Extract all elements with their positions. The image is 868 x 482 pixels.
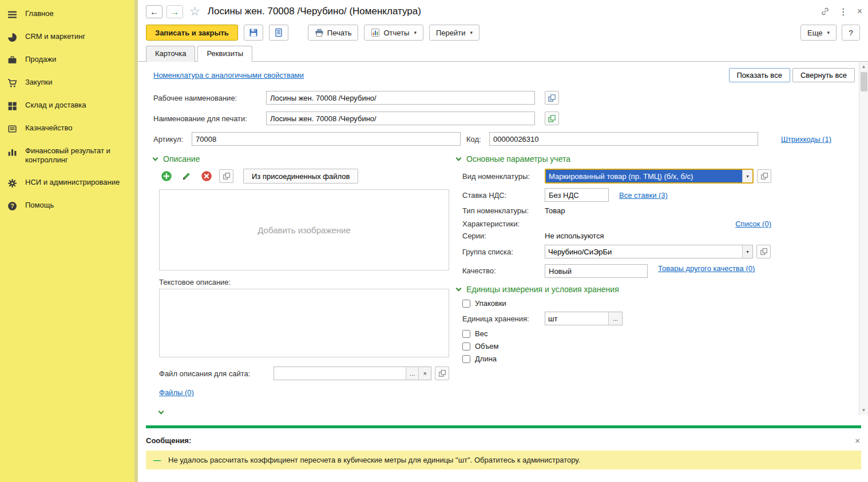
sidebar-item-label: Продажи — [25, 55, 56, 64]
text-description-input[interactable] — [159, 289, 449, 357]
product-image-placeholder[interactable]: Добавить изображение — [159, 189, 449, 270]
favorite-star-icon[interactable]: ☆ — [189, 5, 200, 18]
edit-image-button[interactable] — [179, 169, 194, 183]
volume-checkbox-row: Объем — [462, 342, 771, 350]
all-vat-rates-link[interactable]: Все ставки (3) — [619, 191, 668, 200]
params-section-header[interactable]: Основные параметры учета — [457, 154, 771, 164]
expand-buttons: Показать все Свернуть все — [729, 68, 855, 82]
copy-image-button[interactable] — [219, 169, 233, 183]
warning-message[interactable]: — Не удалось рассчитать коэффициент пере… — [146, 451, 861, 469]
next-section-chevron[interactable] — [159, 407, 449, 415]
print-button[interactable]: Печать — [308, 25, 359, 41]
files-link[interactable]: Файлы (0) — [159, 388, 194, 397]
sidebar-item-crm[interactable]: CRM и маркетинг — [0, 26, 134, 49]
storage-unit-label: Единица хранения: — [462, 314, 545, 323]
sidebar-item-treasury[interactable]: Казначейство — [0, 117, 134, 140]
barcodes-link[interactable]: Штрихкоды (1) — [781, 135, 831, 144]
length-checkbox[interactable] — [462, 355, 470, 363]
text-description-label: Текстовое описание: — [159, 278, 449, 286]
reports-button[interactable]: Отчеты ▾ — [364, 25, 423, 41]
chevron-down-icon: ▾ — [470, 30, 473, 35]
length-checkbox-row: Длина — [462, 354, 771, 363]
scroll-down-icon[interactable]: ▼ — [862, 407, 866, 415]
article-input[interactable] — [192, 132, 461, 146]
other-quality-goods-link[interactable]: Товары другого качества (0) — [658, 264, 764, 274]
kind-combobox[interactable]: Маркированный товар (пр. ТМЦ) (б/х, б/с)… — [545, 169, 754, 184]
sidebar-item-warehouse[interactable]: Склад и доставка — [0, 94, 134, 117]
field-row-article-code: Артикул: Код: Штрихкоды (1) — [153, 132, 858, 146]
copy-from-working-name-button[interactable] — [545, 111, 559, 125]
from-attached-files-button[interactable]: Из присоединенных файлов — [243, 169, 358, 184]
add-image-button[interactable] — [159, 169, 174, 183]
dropdown-arrow-icon[interactable]: ▾ — [742, 245, 752, 258]
dropdown-arrow-icon[interactable]: ▾ — [742, 170, 752, 182]
clear-file-button[interactable]: × — [418, 367, 431, 380]
volume-checkbox[interactable] — [462, 342, 470, 350]
sidebar: Главное CRM и маркетинг Продажи Закупки … — [0, 0, 138, 482]
get-link-icon[interactable] — [821, 7, 830, 16]
sidebar-item-help[interactable]: ? Помощь — [0, 194, 134, 217]
choose-unit-button[interactable]: ... — [608, 312, 622, 325]
sidebar-item-administration[interactable]: НСИ и администрирование — [0, 172, 134, 194]
collapse-all-button[interactable]: Свернуть все — [792, 68, 855, 82]
tab-card[interactable]: Карточка — [146, 46, 195, 62]
window-titlebar: ← → ☆ Лосины жен. 70008 /Черубино/ (Номе… — [138, 0, 868, 23]
register-records-button[interactable] — [269, 25, 288, 41]
save-close-button[interactable]: Записать и закрыть — [146, 25, 238, 41]
sidebar-item-sales[interactable]: Продажи — [0, 49, 134, 71]
group-input[interactable] — [545, 245, 742, 258]
characteristics-list-link[interactable]: Список (0) — [735, 220, 771, 228]
weight-checkbox-row: Вес — [462, 329, 771, 338]
site-file-input[interactable] — [274, 367, 406, 380]
packages-checkbox[interactable] — [462, 300, 470, 308]
quality-input[interactable] — [545, 264, 648, 278]
image-toolbar: Из присоединенных файлов — [159, 169, 449, 184]
units-section-header[interactable]: Единицы измерения и условия хранения — [457, 285, 771, 294]
quality-label: Качество: — [462, 266, 545, 275]
close-messages-icon[interactable]: × — [855, 436, 860, 445]
scroll-up-icon[interactable]: ▲ — [862, 62, 866, 70]
print-name-input[interactable] — [266, 111, 535, 125]
floppy-icon — [249, 28, 258, 37]
form-toolbar: Записать и закрыть Печать Отчеты ▾ Перей… — [138, 23, 868, 46]
report-chart-icon — [371, 28, 380, 37]
code-input[interactable] — [489, 132, 758, 146]
vertical-scrollbar[interactable]: ▲ ▼ — [859, 62, 868, 415]
delete-image-button[interactable] — [199, 169, 214, 183]
remove-circle-icon — [201, 170, 212, 182]
fill-print-name-button[interactable] — [545, 91, 559, 105]
kind-value: Маркированный товар (пр. ТМЦ) (б/х, б/с) — [546, 170, 742, 182]
tab-requisites[interactable]: Реквизиты — [197, 46, 252, 62]
vat-label: Ставка НДС: — [462, 191, 545, 200]
chevron-down-icon — [456, 156, 462, 161]
back-button[interactable]: ← — [146, 5, 162, 18]
scrollbar-thumb[interactable] — [861, 72, 867, 91]
plus-circle-icon — [161, 170, 172, 182]
forward-button[interactable]: → — [167, 5, 183, 18]
working-name-input[interactable] — [266, 91, 535, 105]
page-title: Лосины жен. 70008 /Черубино/ (Номенклату… — [208, 6, 421, 17]
weight-checkbox[interactable] — [462, 330, 470, 338]
save-button[interactable] — [244, 25, 263, 41]
show-all-button[interactable]: Показать все — [729, 68, 790, 82]
storage-unit-input[interactable] — [545, 312, 608, 325]
sidebar-item-financial-result[interactable]: Финансовый результат и контроллинг — [0, 140, 134, 172]
open-file-button[interactable] — [435, 367, 449, 380]
goto-button[interactable]: Перейти ▾ — [429, 25, 479, 41]
similar-nomenclature-link[interactable]: Номенклатура с аналогичными свойствами — [153, 71, 304, 79]
sidebar-item-main[interactable]: Главное — [0, 3, 134, 26]
window-menu-icon[interactable]: ⋮ — [839, 6, 848, 17]
open-kind-button[interactable] — [757, 169, 771, 183]
close-icon[interactable]: × — [857, 6, 862, 17]
sidebar-item-purchases[interactable]: Закупки — [0, 71, 134, 94]
more-button[interactable]: Еще ▾ — [800, 25, 837, 41]
open-group-button[interactable] — [756, 245, 771, 258]
choose-file-button[interactable]: ... — [406, 367, 418, 380]
copy-sheets-green-icon — [548, 114, 556, 123]
chevron-down-icon — [153, 156, 158, 161]
description-section-header[interactable]: Описание — [153, 154, 449, 164]
briefcase-icon — [7, 55, 17, 65]
vat-input[interactable] — [545, 188, 609, 202]
help-button[interactable]: ? — [842, 25, 860, 41]
gear-icon — [7, 178, 17, 188]
